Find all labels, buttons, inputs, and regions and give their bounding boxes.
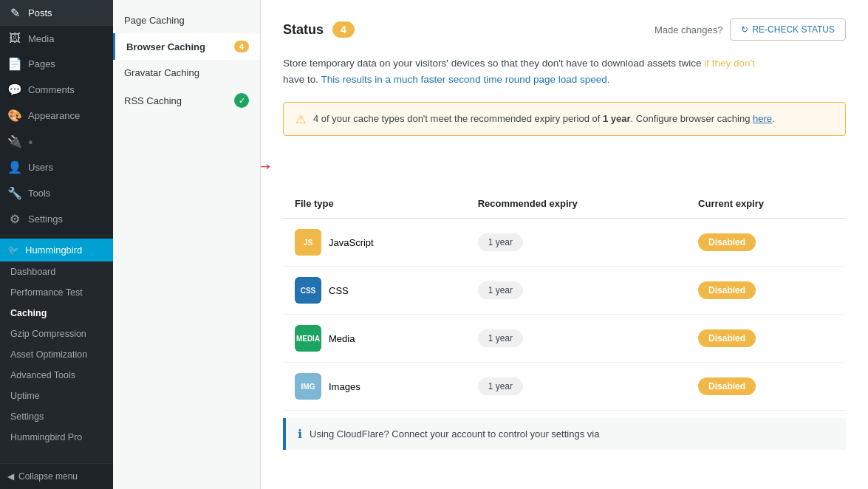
rec-expiry-pill-media: 1 year: [478, 329, 523, 347]
current-expiry-cell-css: Disabled: [686, 267, 846, 315]
status-label: Status: [283, 22, 324, 38]
sidebar-item-plugins[interactable]: 🔌 ●: [0, 129, 113, 154]
col-current-expiry: Current expiry: [686, 189, 846, 219]
col-file-type: File type: [283, 189, 466, 219]
sidebar-item-settings[interactable]: ⚙ Settings: [0, 206, 113, 232]
desc-text-after: have to.: [283, 74, 321, 85]
appearance-icon: 🎨: [7, 109, 22, 123]
sub-nav-rss-caching[interactable]: RSS Caching ✓: [113, 86, 260, 115]
hb-menu-item-asset-opt[interactable]: Asset Optimization: [0, 344, 113, 365]
hb-menu-item-pro[interactable]: Hummingbird Pro: [0, 427, 113, 448]
sidebar-item-label: Posts: [28, 7, 52, 18]
rec-expiry-pill-css: 1 year: [478, 281, 523, 299]
hb-menu-item-caching[interactable]: Caching: [0, 303, 113, 324]
file-type-table: File type Recommended expiry Current exp…: [283, 189, 846, 411]
desc-second-line: This results in a much faster second tim…: [321, 74, 610, 85]
rec-expiry-cell-css: 1 year: [466, 267, 686, 315]
comments-icon: 💬: [7, 83, 22, 97]
table-row: JS JavaScript 1 year Disabled: [283, 219, 846, 267]
sidebar-item-label: Pages: [28, 58, 55, 69]
media-icon: 🖼: [7, 32, 22, 45]
desc-text-before: Store temporary data on your visitors' d…: [283, 58, 704, 69]
warning-box: ⚠ 4 of your cache types don't meet the r…: [283, 102, 846, 136]
sidebar-item-posts[interactable]: ✎ Posts: [0, 0, 113, 26]
hb-menu-item-performance[interactable]: Performance Test: [0, 282, 113, 303]
pages-icon: 📄: [7, 57, 22, 71]
sidebar-item-pages[interactable]: 📄 Pages: [0, 51, 113, 77]
warning-text: 4 of your cache types don't meet the rec…: [313, 112, 775, 126]
sidebar-item-appearance[interactable]: 🎨 Appearance: [0, 103, 113, 129]
plugins-icon: 🔌: [7, 134, 22, 148]
sub-nav-browser-caching[interactable]: Browser Caching 4: [113, 33, 260, 60]
arrow-decoration: →: [283, 154, 846, 178]
warning-link[interactable]: here: [753, 113, 772, 124]
file-type-cell-css: CSS CSS: [283, 267, 466, 315]
recheck-icon: ↻: [741, 24, 748, 35]
rec-expiry-cell-img: 1 year: [466, 363, 686, 411]
status-bar: Status 4 Made changes? ↻ RE-CHECK STATUS: [283, 18, 846, 41]
table-row: CSS CSS 1 year Disabled: [283, 267, 846, 315]
main-content: Status 4 Made changes? ↻ RE-CHECK STATUS…: [261, 0, 868, 489]
file-icon-media: MEDIA: [295, 325, 321, 352]
made-changes-text: Made changes?: [655, 24, 723, 35]
sidebar-item-label: Tools: [28, 188, 50, 199]
cloudflare-text: Using CloudFlare? Connect your account t…: [310, 428, 599, 440]
file-type-cell-img: IMG Images: [283, 363, 466, 411]
current-expiry-cell-img: Disabled: [686, 363, 846, 411]
sidebar-item-hummingbird[interactable]: 🐦 Hummingbird: [0, 239, 113, 261]
sidebar-item-users[interactable]: 👤 Users: [0, 154, 113, 180]
cloudflare-info-icon: ℹ: [298, 427, 302, 441]
sidebar-item-comments[interactable]: 💬 Comments: [0, 77, 113, 103]
sub-nav-page-caching[interactable]: Page Caching: [113, 7, 260, 33]
desc-highlight: if they don't: [704, 58, 755, 69]
sidebar-item-label: Users: [28, 162, 53, 173]
sidebar-item-label: Settings: [28, 213, 63, 225]
table-row: MEDIA Media 1 year Disabled: [283, 315, 846, 363]
sub-nav-gravatar-caching[interactable]: Gravatar Caching: [113, 60, 260, 86]
current-expiry-pill-img: Disabled: [698, 377, 756, 395]
file-label-media: Media: [329, 333, 355, 344]
red-arrow: →: [261, 154, 274, 178]
file-icon-js: JS: [295, 229, 321, 256]
recheck-button[interactable]: ↻ RE-CHECK STATUS: [730, 18, 846, 41]
caching-sub-nav: Page Caching Browser Caching 4 Gravatar …: [113, 0, 261, 489]
file-icon-img: IMG: [295, 373, 321, 400]
file-type-cell-js: JS JavaScript: [283, 219, 466, 267]
cloudflare-notice: ℹ Using CloudFlare? Connect your account…: [283, 418, 846, 450]
sidebar-item-media[interactable]: 🖼 Media: [0, 26, 113, 51]
rss-caching-check: ✓: [234, 93, 249, 108]
hb-menu-item-settings[interactable]: Settings: [0, 406, 113, 427]
current-expiry-cell-js: Disabled: [686, 219, 846, 267]
hb-menu-item-dashboard[interactable]: Dashboard: [0, 261, 113, 282]
current-expiry-pill-js: Disabled: [698, 233, 756, 251]
description-text: Store temporary data on your visitors' d…: [283, 55, 846, 87]
collapse-menu[interactable]: ◀ Collapse menu: [0, 463, 113, 489]
rec-expiry-pill-img: 1 year: [478, 377, 523, 395]
col-rec-expiry: Recommended expiry: [466, 189, 686, 219]
rec-expiry-pill-js: 1 year: [478, 233, 523, 251]
status-count-badge: 4: [332, 21, 355, 38]
rec-expiry-cell-media: 1 year: [466, 315, 686, 363]
current-expiry-pill-media: Disabled: [698, 329, 756, 347]
status-left: Status 4: [283, 21, 355, 38]
file-label-js: JavaScript: [329, 237, 374, 248]
settings-icon: ⚙: [7, 212, 22, 226]
file-type-cell-media: MEDIA Media: [283, 315, 466, 363]
posts-icon: ✎: [7, 6, 22, 20]
warning-icon: ⚠: [295, 112, 306, 126]
hb-menu-item-advanced-tools[interactable]: Advanced Tools: [0, 365, 113, 386]
current-expiry-pill-css: Disabled: [698, 281, 756, 299]
browser-caching-badge: 4: [234, 41, 249, 52]
hb-menu-item-uptime[interactable]: Uptime: [0, 386, 113, 406]
sidebar-item-tools[interactable]: 🔧 Tools: [0, 180, 113, 206]
hummingbird-label: Hummingbird: [25, 244, 82, 256]
sidebar-item-label: Appearance: [28, 110, 80, 121]
tools-icon: 🔧: [7, 186, 22, 200]
sidebar-item-label: Media: [28, 33, 54, 44]
sidebar-item-label: Comments: [28, 84, 75, 95]
hummingbird-submenu: Dashboard Performance Test Caching Gzip …: [0, 261, 113, 463]
hummingbird-icon: 🐦: [7, 244, 19, 256]
current-expiry-cell-media: Disabled: [686, 315, 846, 363]
rec-expiry-cell-js: 1 year: [466, 219, 686, 267]
hb-menu-item-gzip[interactable]: Gzip Compression: [0, 324, 113, 344]
